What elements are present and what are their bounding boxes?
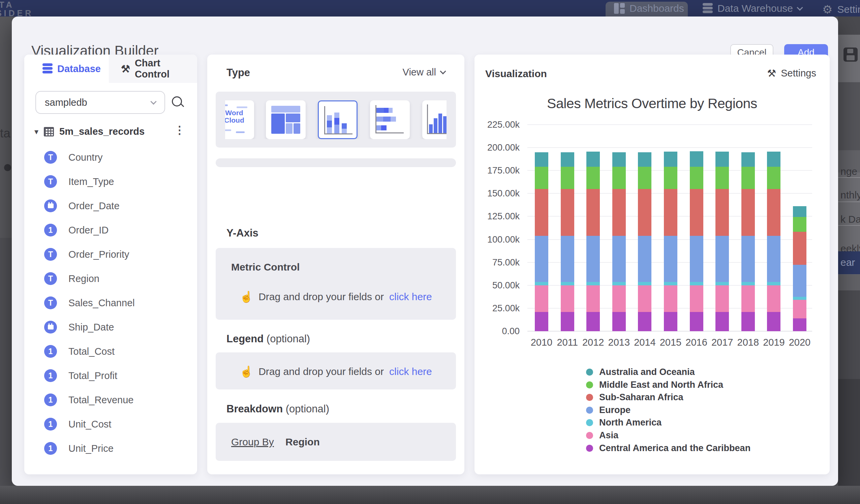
bar-segment — [535, 285, 548, 312]
bar-segment — [767, 167, 780, 189]
table-icon — [44, 127, 54, 136]
datasource-select[interactable]: sampledb — [35, 91, 165, 114]
metric-click-here-link[interactable]: click here — [389, 291, 432, 303]
table-tree-header[interactable]: ▾ 5m_sales_records — [34, 126, 145, 137]
nav-settings[interactable]: ⚙ Settings — [822, 3, 860, 16]
field-item-item_type[interactable]: TItem_Type — [44, 173, 114, 190]
bar-segment — [612, 167, 626, 189]
group-by-value: Region — [285, 436, 320, 447]
bar-segment — [793, 217, 806, 232]
calendar-icon — [44, 199, 57, 212]
bar-segment — [741, 152, 755, 167]
nav-data-warehouse[interactable]: Data Warehouse — [703, 3, 802, 14]
caret-down-icon[interactable]: ▾ — [34, 127, 39, 136]
legend-item: Australia and Oceania — [586, 367, 695, 377]
bar-segment — [535, 312, 548, 331]
bar-segment — [715, 167, 729, 189]
field-item-region[interactable]: TRegion — [44, 271, 99, 287]
bar-segment — [561, 152, 574, 167]
field-name: Order_ID — [68, 225, 109, 236]
bar-segment — [535, 189, 548, 236]
y-axis-heading: Y-Axis — [227, 227, 258, 239]
bar-segment — [638, 236, 651, 282]
field-item-order_priority[interactable]: TOrder_Priority — [44, 246, 129, 262]
chart-type-column[interactable] — [422, 100, 446, 139]
table-menu-icon[interactable]: ⋮ — [174, 124, 185, 136]
field-item-order_date[interactable]: Order_Date — [44, 198, 120, 214]
number-type-icon: 1 — [44, 224, 57, 236]
legend-dot — [586, 394, 593, 401]
nav-dashboards[interactable]: Dashboards — [614, 3, 684, 14]
field-name: Sales_Channel — [68, 298, 135, 308]
type-strip-scrollbar[interactable] — [216, 158, 456, 167]
background-text-fragment: ta — [0, 126, 11, 141]
bar-segment — [715, 285, 729, 312]
tab-chart-control[interactable]: ⚒ Chart Control — [109, 55, 197, 83]
bar-segment — [612, 189, 626, 236]
field-item-total_profit[interactable]: 1Total_Profit — [44, 368, 117, 384]
tab-database[interactable]: Database — [24, 55, 109, 83]
search-icon[interactable] — [171, 96, 185, 109]
bar-segment — [690, 189, 703, 236]
group-by-label[interactable]: Group By — [231, 436, 274, 447]
legend-click-here-link[interactable]: click here — [389, 366, 432, 377]
field-item-total_cost[interactable]: 1Total_Cost — [44, 343, 115, 359]
bar-segment — [612, 285, 626, 312]
y-axis-tick-label: 100.00k — [474, 234, 520, 245]
bar-segment — [767, 285, 780, 312]
bar-segment — [638, 285, 651, 312]
bar-segment — [664, 312, 677, 331]
background-bullet-dot — [4, 164, 11, 171]
field-item-order_id[interactable]: 1Order_ID — [44, 222, 109, 238]
legend-label: Europe — [599, 405, 631, 415]
field-item-total_revenue[interactable]: 1Total_Revenue — [44, 392, 133, 408]
legend-item: Central America and the Caribbean — [586, 443, 750, 453]
field-item-unit_cost[interactable]: 1Unit_Cost — [44, 416, 111, 432]
legend-dropzone[interactable]: ☝ Drag and drop your fields or click her… — [216, 352, 456, 389]
background-row-fragment: k Date — [841, 214, 860, 225]
legend-dot — [586, 381, 593, 388]
legend-label: Middle East and North Africa — [599, 380, 723, 390]
field-name: Total_Profit — [68, 370, 117, 381]
chart-type-stacked-column[interactable] — [318, 100, 358, 139]
field-item-country[interactable]: TCountry — [44, 149, 103, 165]
bar-segment — [793, 206, 806, 217]
app-logo: ATA ISIDER — [0, 1, 33, 17]
field-item-unit_price[interactable]: 1Unit_Price — [44, 440, 114, 457]
y-axis-tick-label: 150.00k — [474, 188, 520, 199]
visualization-builder-modal: Visualization Builder Cancel Add Databas… — [12, 16, 838, 486]
table-name: 5m_sales_records — [59, 126, 145, 137]
number-type-icon: 1 — [44, 393, 57, 406]
calendar-glyph — [48, 203, 54, 208]
bar-segment — [793, 297, 806, 300]
bar-segment — [638, 167, 651, 189]
bar-segment — [535, 282, 548, 285]
type-heading: Type — [227, 67, 250, 79]
view-all-button[interactable]: View all — [403, 67, 445, 78]
group-by-row[interactable]: Group By Region — [231, 436, 320, 448]
field-name: Item_Type — [68, 176, 114, 187]
field-item-ship_date[interactable]: Ship_Date — [44, 319, 114, 335]
field-item-sales_channel[interactable]: TSales_Channel — [44, 295, 135, 311]
screen: ATA ISIDER Dashboards Data Warehouse ⚙ S… — [0, 0, 860, 504]
number-type-icon: 1 — [44, 345, 57, 358]
bar-segment — [741, 312, 755, 331]
metric-control-dropzone[interactable]: Metric Control ☝ Drag and drop your fiel… — [216, 248, 456, 320]
database-icon — [703, 3, 713, 14]
legend-dot — [586, 432, 593, 439]
bar-segment — [690, 312, 703, 331]
tools-icon: ⚒ — [121, 63, 130, 75]
chart-type-stacked-bar[interactable] — [370, 100, 410, 139]
bar-segment — [741, 189, 755, 236]
bar-segment — [741, 167, 755, 189]
bar-segment — [715, 189, 729, 236]
legend-heading: Legend (optional) — [227, 333, 310, 345]
visualization-panel: Visualization ⚒ Settings Sales Metrics O… — [474, 55, 830, 474]
bar-segment — [690, 285, 703, 312]
bar-segment — [561, 189, 574, 236]
field-name: Unit_Cost — [68, 419, 111, 430]
bar-segment — [767, 152, 780, 167]
bar-segment — [715, 312, 729, 331]
chart-type-treemap[interactable] — [266, 100, 306, 139]
chart-type-word-cloud[interactable]: WordCloud — [225, 100, 254, 139]
